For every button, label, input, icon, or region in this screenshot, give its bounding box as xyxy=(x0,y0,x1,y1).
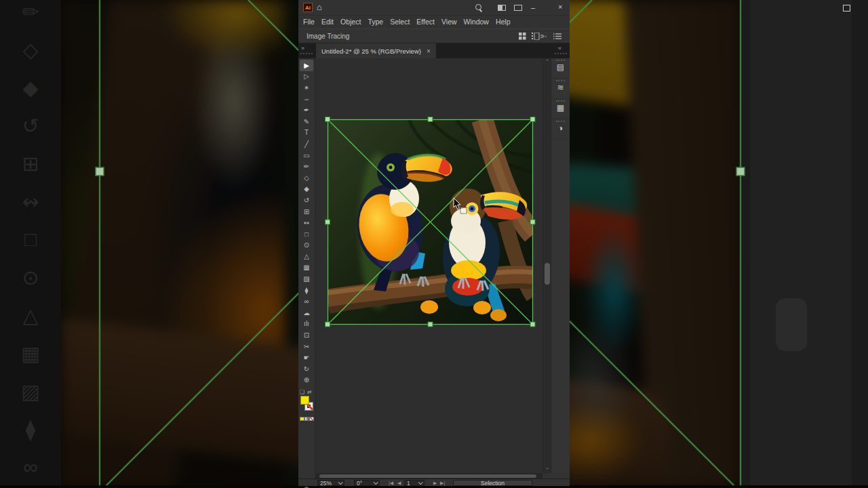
adjustments-panel-icon[interactable]: ≋ xyxy=(551,83,570,92)
close-button[interactable]: × xyxy=(558,1,562,12)
panel-collapse-icon[interactable]: « xyxy=(558,45,560,52)
first-artboard-button[interactable]: |◀ xyxy=(389,480,393,486)
slice-tool[interactable]: ✂ xyxy=(298,341,315,352)
mesh-tool[interactable]: ▦ xyxy=(298,262,315,274)
menu-bar: FileEditObjectTypeSelectEffectViewWindow… xyxy=(300,15,568,28)
menu-item-edit[interactable]: Edit xyxy=(318,18,337,26)
swatches-panel-icon[interactable]: ▦ xyxy=(551,103,570,113)
panel-dock: ▤ ≋ ▦ ◑ xyxy=(551,58,570,473)
horizontal-scrollbar[interactable] xyxy=(315,473,542,479)
status-mode-label: Selection xyxy=(481,480,505,487)
rotation-select[interactable]: 0° xyxy=(354,480,380,486)
shaper-tool[interactable]: ◇ xyxy=(298,172,315,184)
tab-close-icon[interactable]: × xyxy=(427,47,431,55)
menu-item-file[interactable]: File xyxy=(300,18,318,26)
rotate-view-tool[interactable]: ↻ xyxy=(298,363,315,375)
curvature-tool[interactable]: ✎ xyxy=(298,116,315,127)
workspace-grid-icon[interactable] xyxy=(519,33,526,40)
rotate-tool[interactable]: ↺ xyxy=(298,195,315,206)
eyedropper-tool[interactable]: ⧫ xyxy=(298,285,315,296)
menu-item-help[interactable]: Help xyxy=(492,18,514,26)
previous-artboard-button[interactable]: ◀ xyxy=(397,480,401,486)
paintbrush-tool[interactable]: ✏ xyxy=(298,161,315,172)
line-segment-tool[interactable]: ╱ xyxy=(298,138,315,150)
vertical-scroll-thumb[interactable] xyxy=(545,263,550,285)
status-mode-field: Selection xyxy=(453,480,532,486)
align-panel-icon[interactable]: ▤ xyxy=(551,62,570,72)
title-bar: Ai ⌂ – × xyxy=(298,0,570,16)
workspace-switcher-icon[interactable] xyxy=(498,5,506,11)
status-bar: 25% 0° |◀ ◀ 1 ▶ ▶| Selection xyxy=(298,479,570,486)
horizontal-scroll-thumb[interactable] xyxy=(319,474,536,478)
menu-item-effect[interactable]: Effect xyxy=(413,18,438,26)
menu-item-type[interactable]: Type xyxy=(364,18,387,26)
artboard-number-value: 1 xyxy=(407,480,410,487)
scroll-up-icon[interactable]: ⌃ xyxy=(545,59,549,64)
menu-item-object[interactable]: Object xyxy=(337,18,364,26)
free-transform-tool[interactable]: □ xyxy=(298,228,315,240)
illustrator-window: Ai ⌂ – × FileEditObjectTypeSelectEffectV… xyxy=(298,0,570,486)
chevron-down-icon xyxy=(374,480,378,485)
search-icon[interactable] xyxy=(475,4,481,10)
document-tab[interactable]: Untitled-2* @ 25 % (RGB/Preview) × xyxy=(316,43,436,58)
scale-tool[interactable]: ⊞ xyxy=(298,206,315,218)
panel-menu-icon[interactable] xyxy=(553,33,561,40)
document-tab-title: Untitled-2* @ 25 % (RGB/Preview) xyxy=(321,47,421,55)
hand-tool[interactable]: ☛ xyxy=(298,352,315,363)
selection-tool[interactable]: ▶ xyxy=(300,60,313,71)
artboard-number-select[interactable]: 1 xyxy=(404,480,425,486)
home-icon[interactable]: ⌂ xyxy=(317,2,322,12)
app-logo-icon: Ai xyxy=(303,3,313,12)
column-graph-tool[interactable]: ılı xyxy=(298,319,315,330)
artboard-tool[interactable]: ⊡ xyxy=(298,329,315,341)
default-fill-stroke-icon[interactable]: ❏ xyxy=(300,389,304,395)
arrange-documents-icon[interactable] xyxy=(514,5,522,11)
tools-panel: ▶▷✶∽✒✎T╱▭✏◇◆↺⊞↭□⊙△▦▨⧫∞☁ılı⊡✂☛↻⊕ ❏ ⇄ ◉ ❏ … xyxy=(298,58,315,473)
lasso-tool[interactable]: ∽ xyxy=(298,94,315,105)
background-panel-blur xyxy=(741,0,868,488)
chevron-down-icon xyxy=(338,480,343,485)
menu-item-window[interactable]: Window xyxy=(460,18,492,26)
magic-wand-tool[interactable]: ✶ xyxy=(298,82,315,94)
gradient-button[interactable] xyxy=(304,417,309,421)
scroll-down-icon[interactable]: ⌄ xyxy=(545,465,549,470)
none-button[interactable] xyxy=(309,417,314,421)
color-button[interactable] xyxy=(300,417,304,421)
rotation-value: 0° xyxy=(357,480,362,487)
menu-item-view[interactable]: View xyxy=(438,18,460,26)
color-panel-icon[interactable]: ◑ xyxy=(551,123,570,133)
blend-tool[interactable]: ∞ xyxy=(298,296,315,307)
eraser-tool[interactable]: ◆ xyxy=(298,184,315,195)
next-artboard-button[interactable]: ▶ xyxy=(433,480,437,486)
selection-bounding-box[interactable] xyxy=(324,116,536,328)
minimize-button[interactable]: – xyxy=(531,2,535,13)
gradient-tool[interactable]: ▨ xyxy=(298,273,315,285)
menu-item-select[interactable]: Select xyxy=(387,18,413,26)
swap-fill-stroke-icon[interactable]: ⇄ xyxy=(307,389,312,395)
pen-tool[interactable]: ✒ xyxy=(298,104,315,116)
fill-color-swatch[interactable] xyxy=(300,396,309,405)
last-artboard-button[interactable]: ▶| xyxy=(440,480,445,486)
maximize-button[interactable] xyxy=(843,5,850,12)
zoom-level-value: 25% xyxy=(320,480,332,487)
width-tool[interactable]: ↭ xyxy=(298,217,315,228)
control-bar: Image Tracing xyxy=(298,28,570,43)
symbol-sprayer-tool[interactable]: ☁ xyxy=(298,307,315,319)
toolbar-expand-icon[interactable]: » xyxy=(301,45,303,52)
vertical-scrollbar[interactable]: ⌃ ⌄ xyxy=(542,58,551,473)
rectangle-tool[interactable]: ▭ xyxy=(298,150,315,161)
canvas-pasteboard[interactable] xyxy=(315,58,542,473)
chevron-down-icon xyxy=(418,480,423,485)
shape-builder-tool[interactable]: ⊙ xyxy=(298,240,315,251)
zoom-tool[interactable]: ⊕ xyxy=(298,375,315,386)
screenshot-stage: ▶▷✶∽✒✎T╱▭✏◇◆↺⊞↭□⊙△▦▨⧫∞☁ılı⊡✂☛↻⊕ Ai ⌂ xyxy=(0,0,868,488)
mouse-cursor xyxy=(453,198,471,216)
perspective-grid-tool[interactable]: △ xyxy=(298,251,315,262)
document-tab-bar: » Untitled-2* @ 25 % (RGB/Preview) × « xyxy=(298,43,570,58)
zoom-level-select[interactable]: 25% xyxy=(317,480,344,486)
control-bar-title: Image Tracing xyxy=(307,33,349,40)
image-trace-preset-icon[interactable] xyxy=(532,33,547,40)
type-tool[interactable]: T xyxy=(298,127,315,139)
direct-selection-tool[interactable]: ▷ xyxy=(298,71,315,83)
